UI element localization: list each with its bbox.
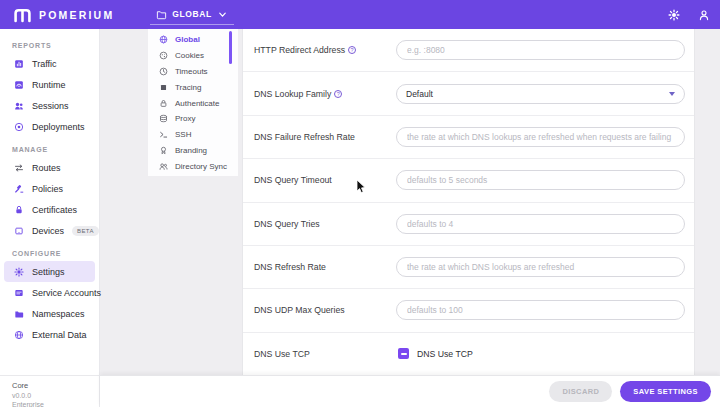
workspace-selector[interactable]: GLOBAL <box>150 4 234 25</box>
traffic-chart-icon <box>14 59 24 69</box>
sidebar-item-label: Service Accounts <box>32 288 101 298</box>
sessions-icon <box>14 101 24 111</box>
sidebar-item-namespaces[interactable]: Namespaces <box>4 303 95 324</box>
settings-gear-icon[interactable] <box>668 9 680 21</box>
sidebar-item-certificates[interactable]: Certificates <box>4 199 95 220</box>
select-value: Default <box>406 89 433 99</box>
sidebar-item-service-accounts[interactable]: Service Accounts <box>4 282 95 303</box>
dns-lookup-family-select[interactable]: Default <box>396 84 685 104</box>
sidebar-item-runtime[interactable]: Runtime <box>4 74 95 95</box>
dns-refresh-rate-input[interactable] <box>396 257 685 277</box>
topbar-actions <box>668 0 710 29</box>
globe-icon <box>159 35 168 44</box>
sidebar-item-label: External Data <box>32 330 87 340</box>
settings-nav-label: Cookies <box>175 51 204 60</box>
lock-icon <box>159 99 168 108</box>
cookie-icon <box>159 51 168 60</box>
settings-nav-label: SSH <box>175 130 191 139</box>
folder-icon <box>156 9 167 20</box>
field-label: HTTP Redirect Address? <box>254 45 386 55</box>
sidebar-section-label: CONFIGURE <box>0 241 99 261</box>
sidebar-item-label: Namespaces <box>32 309 85 319</box>
dns-query-timeout-input[interactable] <box>396 170 685 190</box>
dns-failure-refresh-rate-input[interactable] <box>396 127 685 147</box>
settings-nav-item-global[interactable]: Global <box>148 32 238 48</box>
sidebar-section: CONFIGURESettingsService AccountsNamespa… <box>0 241 99 345</box>
chevron-down-icon <box>217 9 228 20</box>
sidebar-item-external-data[interactable]: External Data <box>4 324 95 345</box>
dns-use-tcp-checkbox[interactable] <box>398 348 409 359</box>
field-label-text: DNS Query Tries <box>254 219 320 229</box>
http-redirect-address-input[interactable] <box>396 40 685 60</box>
sidebar-section: REPORTSTrafficRuntimeSessionsDeployments <box>0 33 99 137</box>
settings-nav-label: Directory Sync <box>175 162 227 171</box>
settings-nav-item-directory-sync[interactable]: Directory Sync <box>148 158 238 174</box>
field-label: DNS Lookup Family? <box>254 89 386 99</box>
settings-form: HTTP Redirect Address?DNS Lookup Family?… <box>242 29 695 375</box>
sidebar-item-label: Routes <box>32 163 61 173</box>
settings-gear-icon <box>14 267 24 277</box>
pomerium-logo-icon <box>13 7 32 23</box>
product-version: v0.0.0 <box>12 392 99 399</box>
settings-nav-item-timeouts[interactable]: Timeouts <box>148 64 238 80</box>
settings-nav-item-branding[interactable]: Branding <box>148 143 238 159</box>
field-label: DNS Query Tries <box>254 219 386 229</box>
brand-name: POMERIUM <box>39 9 114 21</box>
form-row-dns-failure-refresh-rate: DNS Failure Refresh Rate <box>243 116 694 159</box>
checkbox-dash-icon <box>401 353 407 355</box>
service-accounts-icon <box>14 288 24 298</box>
discard-button[interactable]: DISCARD <box>549 381 612 402</box>
field-label-text: HTTP Redirect Address <box>254 45 345 55</box>
field-label: DNS UDP Max Queries <box>254 305 386 315</box>
action-bar: DISCARD SAVE SETTINGS <box>100 375 720 407</box>
nav-scrollbar[interactable] <box>229 31 232 64</box>
sidebar-item-settings[interactable]: Settings <box>4 261 95 282</box>
namespaces-icon <box>14 309 24 319</box>
certificates-icon <box>14 205 24 215</box>
form-row-dns-query-timeout: DNS Query Timeout <box>243 159 694 202</box>
dns-udp-max-queries-input[interactable] <box>396 300 685 320</box>
field-control <box>396 127 685 147</box>
settings-nav-item-cookies[interactable]: Cookies <box>148 48 238 64</box>
sidebar-item-traffic[interactable]: Traffic <box>4 53 95 74</box>
field-control <box>396 257 685 277</box>
user-icon[interactable] <box>698 9 710 21</box>
sidebar-item-routes[interactable]: Routes <box>4 157 95 178</box>
sidebar-section-label: MANAGE <box>0 137 99 157</box>
sidebar-item-sessions[interactable]: Sessions <box>4 95 95 116</box>
routes-icon <box>14 163 24 173</box>
dns-query-tries-input[interactable] <box>396 214 685 234</box>
field-control <box>396 300 685 320</box>
sidebar-item-label: Traffic <box>32 59 57 69</box>
primary-sidebar: REPORTSTrafficRuntimeSessionsDeployments… <box>0 29 100 375</box>
sidebar-footer: Core v0.0.0 Enterprise <box>0 375 100 407</box>
settings-nav-item-proxy[interactable]: Proxy <box>148 111 238 127</box>
settings-nav-item-tracing[interactable]: Tracing <box>148 79 238 95</box>
settings-nav-item-ssh[interactable]: SSH <box>148 127 238 143</box>
help-icon[interactable]: ? <box>334 90 342 98</box>
settings-nav-label: Global <box>175 35 200 44</box>
field-label-text: DNS Query Timeout <box>254 175 332 185</box>
sidebar-section-label: REPORTS <box>0 33 99 53</box>
save-settings-button[interactable]: SAVE SETTINGS <box>620 381 711 402</box>
sidebar-item-label: Certificates <box>32 205 77 215</box>
help-icon[interactable]: ? <box>348 46 356 54</box>
branding-award-icon <box>159 146 168 155</box>
sidebar-item-label: Settings <box>32 267 65 277</box>
workspace-label: GLOBAL <box>172 9 211 19</box>
beta-badge: BETA <box>72 226 99 236</box>
tracing-icon <box>159 83 168 92</box>
settings-nav-label: Timeouts <box>175 67 208 76</box>
settings-nav-label: Tracing <box>175 83 201 92</box>
field-control <box>396 170 685 190</box>
sidebar-item-label: Runtime <box>32 80 66 90</box>
sidebar-item-deployments[interactable]: Deployments <box>4 116 95 137</box>
directory-sync-icon <box>159 162 168 171</box>
sidebar-item-label: Devices <box>32 226 64 236</box>
sidebar-item-devices[interactable]: DevicesBETA <box>4 220 95 241</box>
settings-nav-item-authenticate[interactable]: Authenticate <box>148 95 238 111</box>
sidebar-item-policies[interactable]: Policies <box>4 178 95 199</box>
devices-icon <box>14 226 24 236</box>
field-label: DNS Use TCP <box>254 349 386 359</box>
field-control <box>396 40 685 60</box>
